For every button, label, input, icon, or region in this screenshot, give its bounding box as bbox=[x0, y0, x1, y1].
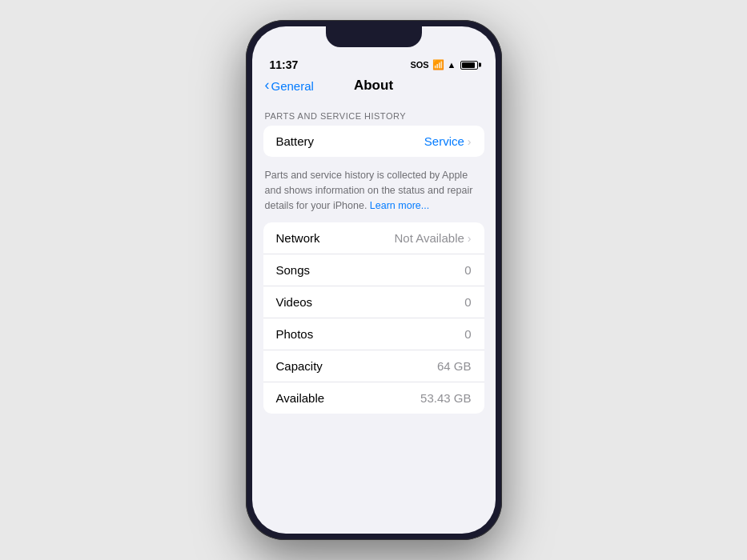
wifi-icon: 📶 bbox=[432, 59, 444, 70]
battery-icon bbox=[460, 61, 478, 70]
row-label-network: Network bbox=[276, 231, 320, 245]
row-value-songs: 0 bbox=[464, 263, 471, 277]
info-row-photos: Photos0 bbox=[263, 318, 484, 350]
battery-chevron-icon: › bbox=[468, 135, 472, 148]
row-label-songs: Songs bbox=[276, 263, 311, 277]
info-row-songs: Songs0 bbox=[263, 254, 484, 286]
parts-section: PARTS AND SERVICE HISTORY Battery Servic… bbox=[252, 100, 496, 222]
time-display: 11:37 bbox=[270, 58, 299, 71]
battery-list: Battery Service › bbox=[263, 126, 484, 157]
navigation-bar: ‹ General About bbox=[252, 74, 496, 100]
signal-icon: ▲ bbox=[448, 60, 456, 70]
back-chevron-icon: ‹ bbox=[265, 77, 270, 94]
status-bar: 11:37 SOS 📶 ▲ bbox=[252, 50, 496, 74]
phone-screen: 11:37 SOS 📶 ▲ ‹ General About bbox=[252, 26, 496, 534]
row-value-photos: 0 bbox=[464, 327, 471, 341]
phone-device: 11:37 SOS 📶 ▲ ‹ General About bbox=[246, 20, 502, 540]
info-list: NetworkNot Available›Songs0Videos0Photos… bbox=[263, 222, 484, 414]
parts-section-header: PARTS AND SERVICE HISTORY bbox=[252, 100, 496, 126]
row-label-available: Available bbox=[276, 391, 325, 405]
back-button-label: General bbox=[271, 79, 314, 93]
learn-more-link[interactable]: Learn more... bbox=[370, 200, 429, 211]
row-value-capacity: 64 GB bbox=[437, 359, 472, 373]
row-label-videos: Videos bbox=[276, 295, 313, 309]
chevron-icon: › bbox=[468, 232, 472, 245]
row-value-videos: 0 bbox=[464, 295, 471, 309]
battery-value: Service › bbox=[424, 134, 472, 148]
battery-value-text: Service bbox=[424, 134, 464, 148]
row-value-available: 53.43 GB bbox=[420, 391, 471, 405]
battery-label: Battery bbox=[276, 134, 315, 148]
info-row-network[interactable]: NetworkNot Available› bbox=[263, 222, 484, 254]
page-title: About bbox=[354, 78, 393, 94]
info-row-capacity: Capacity64 GB bbox=[263, 350, 484, 382]
back-button[interactable]: ‹ General bbox=[265, 78, 314, 94]
screen-content: 11:37 SOS 📶 ▲ ‹ General About bbox=[252, 26, 496, 534]
notch bbox=[326, 26, 422, 47]
battery-row[interactable]: Battery Service › bbox=[263, 126, 484, 157]
info-row-videos: Videos0 bbox=[263, 286, 484, 318]
status-icons: SOS 📶 ▲ bbox=[410, 59, 477, 70]
parts-info-text: Parts and service history is collected b… bbox=[252, 163, 496, 222]
row-label-photos: Photos bbox=[276, 327, 314, 341]
info-row-available: Available53.43 GB bbox=[263, 382, 484, 414]
sos-indicator: SOS bbox=[410, 60, 428, 70]
row-value-network: Not Available› bbox=[395, 231, 472, 245]
row-label-capacity: Capacity bbox=[276, 359, 323, 373]
